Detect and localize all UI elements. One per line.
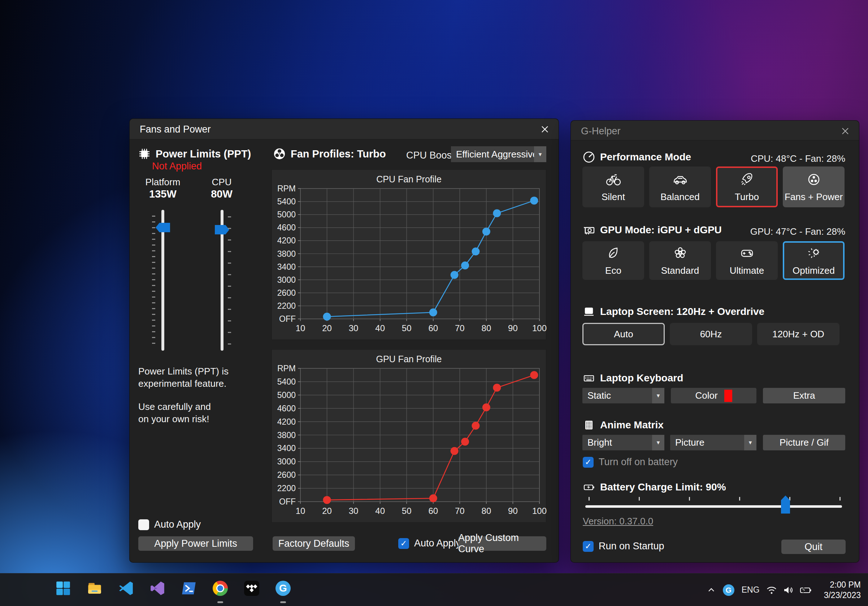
file-explorer-icon[interactable] xyxy=(86,580,103,597)
factory-defaults-button[interactable]: Factory Defaults xyxy=(273,536,355,551)
version-link[interactable]: Version: 0.37.0.0 xyxy=(583,516,653,527)
platform-value: 135W xyxy=(138,188,188,200)
power-limits-heading: Power Limits (PPT) xyxy=(138,148,251,160)
close-icon[interactable] xyxy=(840,125,851,137)
svg-text:5400: 5400 xyxy=(277,377,296,386)
cpu-fan-chart[interactable]: RPM540050004600420038003400300026002200O… xyxy=(272,170,547,340)
powershell-icon[interactable] xyxy=(181,580,197,597)
chrome-icon[interactable] xyxy=(212,580,229,597)
fan-profiles-heading: Fan Profiles: Turbo xyxy=(273,148,386,160)
svg-text:4600: 4600 xyxy=(277,404,296,413)
apply-power-limits-button[interactable]: Apply Power Limits xyxy=(138,536,253,551)
g-helper-running-indicator xyxy=(280,601,286,603)
cpu-label: CPU xyxy=(197,177,247,188)
power-auto-apply-row: Auto Apply xyxy=(138,519,201,530)
run-on-startup-label: Run on Startup xyxy=(599,541,664,552)
keyboard-color-button[interactable]: Color xyxy=(671,388,756,403)
color-swatch xyxy=(724,390,732,402)
standard-mode-button[interactable]: Standard xyxy=(649,241,711,280)
bicycle-icon xyxy=(605,171,622,188)
battery-limit-slider[interactable] xyxy=(585,505,842,508)
apply-custom-curve-button[interactable]: Apply Custom Curve xyxy=(458,536,546,551)
wifi-icon[interactable] xyxy=(763,584,780,596)
svg-text:4200: 4200 xyxy=(277,417,296,426)
vscode-icon[interactable] xyxy=(118,580,134,597)
fan-circle-icon xyxy=(806,171,822,188)
run-on-startup-checkbox[interactable]: ✓ xyxy=(583,541,594,552)
clock[interactable]: 2:00 PM 3/23/2023 xyxy=(824,580,861,601)
tray-chevron-up-icon[interactable] xyxy=(703,586,719,595)
svg-text:40: 40 xyxy=(375,506,385,516)
svg-text:RPM: RPM xyxy=(277,184,296,193)
power-limits-status: Not Applied xyxy=(152,161,202,172)
chevron-down-icon[interactable]: ▾ xyxy=(652,388,664,403)
flower-icon xyxy=(672,245,688,262)
platform-power-slider[interactable] xyxy=(161,210,164,351)
cpu-boost-dropdown[interactable]: Efficient Aggressive ▾ xyxy=(451,146,546,162)
close-icon[interactable] xyxy=(539,124,550,135)
optimized-mode-button[interactable]: Optimized xyxy=(783,241,845,280)
chevron-down-icon[interactable]: ▾ xyxy=(744,435,756,450)
chevron-down-icon[interactable]: ▾ xyxy=(652,435,664,450)
platform-label: Platform xyxy=(138,177,188,188)
turbo-mode-button[interactable]: Turbo xyxy=(716,166,778,207)
eco-mode-button[interactable]: Eco xyxy=(583,241,644,280)
svg-text:20: 20 xyxy=(322,506,332,516)
screen-60hz-button[interactable]: 60Hz xyxy=(670,323,752,345)
platform-slider-thumb[interactable] xyxy=(156,223,170,232)
svg-text:10: 10 xyxy=(296,323,305,333)
start-button[interactable] xyxy=(55,580,71,597)
battery-slider-thumb[interactable] xyxy=(781,496,790,513)
screen-120hz-od-button[interactable]: 120Hz + OD xyxy=(757,323,840,345)
tray-date: 3/23/2023 xyxy=(824,590,861,601)
silent-mode-button[interactable]: Silent xyxy=(583,166,644,207)
matrix-mode-dropdown[interactable]: Picture ▾ xyxy=(670,435,756,450)
g-helper-tray-icon[interactable]: G xyxy=(719,584,738,596)
laptop-screen-heading: Laptop Screen: 120Hz + Overdrive xyxy=(583,305,764,318)
svg-text:2200: 2200 xyxy=(277,301,296,311)
chevron-down-icon[interactable]: ▾ xyxy=(534,146,546,162)
quit-button[interactable]: Quit xyxy=(781,539,846,554)
curve-auto-apply-row: ✓ Auto Apply xyxy=(398,538,461,549)
leaf-icon xyxy=(605,245,622,262)
cpu-fan-chart-panel[interactable]: RPM540050004600420038003400300026002200O… xyxy=(271,169,546,340)
chip-icon xyxy=(138,148,150,160)
gpu-fan-chart[interactable]: RPM540050004600420038003400300026002200O… xyxy=(272,350,547,523)
laptop-keyboard-heading: Laptop Keyboard xyxy=(583,372,683,384)
tidal-icon[interactable] xyxy=(243,580,260,597)
taskbar: G G ENG xyxy=(0,573,868,606)
svg-text:2600: 2600 xyxy=(277,288,296,298)
visual-studio-icon[interactable] xyxy=(149,580,166,597)
power-auto-apply-checkbox[interactable] xyxy=(138,519,149,530)
svg-text:RPM: RPM xyxy=(277,364,296,373)
performance-mode-buttons: Silent Balanced Turbo xyxy=(583,166,845,207)
fans-power-button[interactable]: Fans + Power xyxy=(783,166,845,207)
svg-text:3000: 3000 xyxy=(277,275,296,285)
g-helper-taskbar-icon[interactable]: G xyxy=(275,580,291,597)
ultimate-mode-button[interactable]: Ultimate xyxy=(716,241,778,280)
svg-text:5000: 5000 xyxy=(277,391,296,400)
language-indicator[interactable]: ENG xyxy=(738,585,763,595)
keyboard-extra-button[interactable]: Extra xyxy=(763,388,845,403)
keyboard-mode-dropdown[interactable]: Static ▾ xyxy=(583,388,664,403)
chrome-running-indicator xyxy=(217,601,223,603)
volume-icon[interactable] xyxy=(780,584,797,596)
svg-text:30: 30 xyxy=(349,323,358,333)
turn-off-on-battery-checkbox[interactable]: ✓ xyxy=(583,457,594,468)
picture-gif-button[interactable]: Picture / Gif xyxy=(763,435,845,450)
ghelper-titlebar[interactable]: G-Helper xyxy=(571,121,859,141)
cpu-power-slider[interactable] xyxy=(221,210,223,351)
battery-tray-icon[interactable] xyxy=(797,584,815,596)
fans-window-title: Fans and Power xyxy=(140,124,211,135)
svg-text:3400: 3400 xyxy=(277,443,296,453)
balanced-mode-button[interactable]: Balanced xyxy=(649,166,711,207)
fans-titlebar[interactable]: Fans and Power xyxy=(130,119,559,139)
tray-time: 2:00 PM xyxy=(824,580,861,590)
gpu-fan-chart-panel[interactable]: RPM540050004600420038003400300026002200O… xyxy=(271,349,546,522)
windows-logo-icon xyxy=(55,580,71,597)
curve-auto-apply-checkbox[interactable]: ✓ xyxy=(398,538,409,549)
svg-text:4600: 4600 xyxy=(277,223,296,232)
matrix-brightness-dropdown[interactable]: Bright ▾ xyxy=(583,435,664,450)
screen-auto-button[interactable]: Auto xyxy=(583,323,665,345)
cpu-slider-thumb[interactable] xyxy=(215,225,229,234)
